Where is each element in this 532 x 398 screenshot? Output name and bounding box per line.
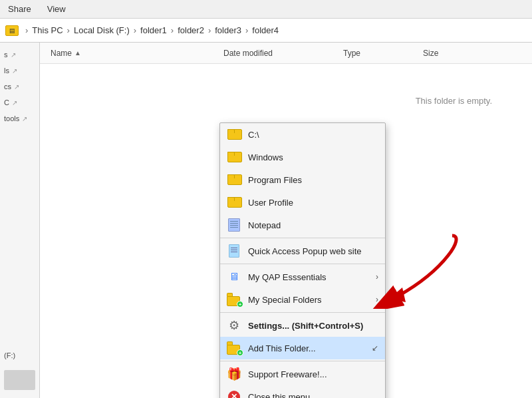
ctx-item-my-special[interactable]: + My Special Folders ›	[220, 288, 385, 311]
separator-4	[220, 361, 385, 361]
cursor-indicator: ↙	[372, 343, 378, 353]
menu-bar: Share View	[0, 0, 532, 19]
ctx-item-c-drive[interactable]: C:\	[220, 123, 385, 146]
monitor-icon: 🖥	[227, 270, 241, 284]
document-icon	[227, 244, 241, 258]
menu-view[interactable]: View	[45, 3, 68, 15]
submenu-arrow-special: ›	[376, 295, 378, 304]
breadcrumb-folder4[interactable]: folder4	[252, 25, 279, 35]
close-icon: ✕	[227, 389, 241, 398]
breadcrumb-thispc[interactable]: This PC	[32, 25, 63, 35]
empty-folder-message: This folder is empty.	[416, 96, 492, 106]
submenu-arrow-qap: ›	[376, 272, 378, 282]
ctx-item-my-qap[interactable]: 🖥 My QAP Esssentials ›	[220, 266, 385, 288]
drive-icon: ▤	[5, 25, 19, 36]
ctx-item-add-folder[interactable]: + Add This Folder... ↙	[220, 337, 385, 359]
ctx-item-user-profile[interactable]: User Profile	[220, 191, 385, 214]
sidebar-item-s[interactable]: s ↗	[0, 48, 39, 61]
folder-icon-programfiles	[227, 172, 241, 187]
pin-icon-c[interactable]: ↗	[12, 99, 17, 106]
col-type-header[interactable]: Type	[343, 49, 423, 58]
address-bar: ▤ › This PC › Local Disk (F:) › folder1 …	[0, 19, 532, 43]
separator-2	[220, 264, 385, 264]
ctx-item-settings[interactable]: ⚙ Settings... (Shift+Control+S)	[220, 314, 385, 337]
separator-1	[220, 238, 385, 238]
sidebar-item-c[interactable]: C ↗	[0, 96, 39, 109]
col-size-header[interactable]: Size	[423, 49, 438, 58]
folder-icon-c	[227, 127, 241, 142]
sidebar-disk[interactable]: (F:)	[0, 346, 39, 365]
breadcrumb-folder2[interactable]: folder2	[178, 25, 204, 35]
breadcrumb-localdisk[interactable]: Local Disk (F:)	[74, 25, 130, 35]
folder-green-icon-add: +	[227, 341, 241, 355]
sidebar-item-ls[interactable]: ls ↗	[0, 64, 39, 77]
ctx-item-support[interactable]: 🎁 Support Freeware!...	[220, 363, 385, 385]
breadcrumb-folder1[interactable]: folder1	[140, 25, 167, 35]
folder-green-icon-special: +	[227, 292, 241, 307]
gear-icon: ⚙	[227, 318, 241, 333]
sort-arrow: ▲	[74, 49, 81, 57]
main-layout: s ↗ ls ↗ cs ↗ C ↗ tools ↗ (F:) Name	[0, 43, 532, 398]
content-area: Name ▲ Date modified Type Size This fold…	[40, 43, 532, 398]
pin-icon-s[interactable]: ↗	[11, 51, 16, 59]
support-icon: 🎁	[227, 367, 241, 381]
notepad-icon	[227, 218, 241, 232]
folder-icon-userprofile	[227, 195, 241, 210]
menu-share[interactable]: Share	[5, 3, 34, 15]
separator-3	[220, 312, 385, 313]
folder-icon-windows	[227, 150, 241, 164]
sidebar-item-cs[interactable]: cs ↗	[0, 80, 39, 93]
ctx-item-close[interactable]: ✕ Close this menu	[220, 385, 385, 398]
pin-icon-cs[interactable]: ↗	[14, 83, 19, 91]
svg-marker-1	[389, 288, 406, 302]
breadcrumb-folder3[interactable]: folder3	[215, 25, 241, 35]
pin-icon-ls[interactable]: ↗	[12, 67, 17, 75]
column-headers: Name ▲ Date modified Type Size	[40, 43, 532, 64]
ctx-item-program-files[interactable]: Program Files	[220, 168, 385, 191]
ctx-item-windows[interactable]: Windows	[220, 146, 385, 168]
col-name-header[interactable]: Name ▲	[51, 49, 223, 58]
ctx-item-quick-access[interactable]: Quick Access Popup web site	[220, 240, 385, 262]
sidebar-scroll-bar[interactable]	[4, 370, 35, 390]
col-date-header[interactable]: Date modified	[223, 49, 343, 58]
sidebar: s ↗ ls ↗ cs ↗ C ↗ tools ↗ (F:)	[0, 43, 40, 398]
pin-icon-tools[interactable]: ↗	[22, 115, 27, 122]
sidebar-item-tools[interactable]: tools ↗	[0, 112, 39, 125]
context-menu: C:\ Windows Program Files	[219, 122, 386, 398]
ctx-item-notepad[interactable]: Notepad	[220, 214, 385, 236]
